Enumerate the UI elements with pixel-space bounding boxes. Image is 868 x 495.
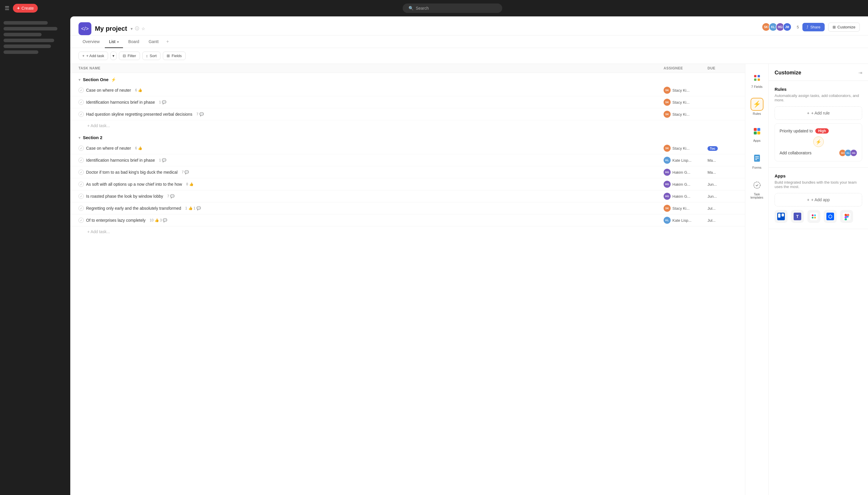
- task-check-icon[interactable]: ✓: [79, 218, 84, 223]
- task-text: Is roasted phase the look by window lobb…: [86, 194, 163, 199]
- rule-divider: ⚡: [780, 136, 857, 147]
- tab-gantt[interactable]: Gantt: [144, 36, 162, 48]
- tab-board[interactable]: Board: [124, 36, 143, 48]
- task-check-icon[interactable]: ✓: [79, 100, 84, 105]
- sidebar-item-6[interactable]: [3, 50, 38, 54]
- rule-text: Priority updated to: [780, 129, 813, 133]
- svg-rect-15: [782, 214, 784, 217]
- svg-text:T: T: [796, 214, 799, 219]
- info-icon[interactable]: ⓘ: [135, 26, 139, 31]
- templates-panel-icon-group[interactable]: Task templates: [745, 176, 768, 202]
- toolbar: + + Add task ▾ ⊟ Filter ↕ Sort ⊞ Fields: [70, 48, 868, 64]
- filter-button[interactable]: ⊟ Filter: [119, 52, 140, 60]
- sort-icon: ↕: [146, 54, 148, 58]
- task-check-icon[interactable]: ✓: [79, 182, 84, 187]
- dropbox-app-icon[interactable]: ⬡: [824, 210, 837, 223]
- task-badge: 7 💬: [196, 112, 204, 116]
- task-row[interactable]: ✓ Case on where of neuter 6 👍 SK Stacy K…: [70, 142, 745, 154]
- add-rule-button[interactable]: + + Add rule: [775, 106, 862, 120]
- add-app-button[interactable]: + + Add app: [775, 193, 862, 206]
- assignee-cell: HG Hakim G...: [664, 169, 708, 176]
- add-task-dropdown[interactable]: ▾: [110, 52, 117, 60]
- section-one-header[interactable]: ▾ Section One ⚡: [70, 73, 745, 84]
- assignee-name: Stacy Ki...: [672, 206, 690, 210]
- task-row[interactable]: ✓ Of to enterprises lazy completely 10 👍…: [70, 215, 745, 226]
- due-cell: Toc: [708, 146, 737, 151]
- task-check-icon[interactable]: ✓: [79, 170, 84, 175]
- tab-list[interactable]: List ▾: [105, 36, 123, 48]
- task-row[interactable]: ✓ Is roasted phase the look by window lo…: [70, 190, 745, 202]
- share-button[interactable]: ⤴ Customize Share: [802, 23, 824, 31]
- task-row[interactable]: ✓ Doctor if torn to as bad king's big du…: [70, 166, 745, 178]
- assignee-name: Kate Lisp...: [672, 158, 691, 163]
- rules-panel-icon-group[interactable]: ⚡ Rules: [748, 96, 766, 118]
- create-label: Create: [21, 6, 34, 11]
- task-text: Case on where of neuter: [86, 88, 131, 92]
- section-two-name: Section 2: [83, 135, 103, 140]
- sidebar-item-2[interactable]: [3, 27, 57, 31]
- fields-panel-icon: [750, 71, 763, 84]
- add-tab-button[interactable]: +: [164, 35, 171, 48]
- task-row[interactable]: ✓ Had question skyline regretting presen…: [70, 108, 745, 120]
- trello-app-icon[interactable]: [775, 210, 787, 223]
- sort-button[interactable]: ↕ Sort: [142, 52, 160, 60]
- apps-panel-icon-group[interactable]: Apps: [748, 122, 766, 145]
- tab-overview[interactable]: Overview: [79, 36, 104, 48]
- svg-rect-14: [778, 214, 780, 218]
- customize-panel-close-button[interactable]: ⇥: [858, 70, 862, 75]
- project-meta-icons: ▾ ⓘ ☆: [131, 26, 145, 31]
- slack-app-icon[interactable]: [808, 210, 820, 223]
- svg-rect-30: [845, 219, 847, 220]
- task-text: Doctor if torn to as bad king's big duck…: [86, 170, 177, 174]
- section-two-header[interactable]: ▾ Section 2: [70, 131, 745, 142]
- filter-label: Filter: [128, 54, 136, 58]
- task-row[interactable]: ✓ Identification harmonics brief in phas…: [70, 154, 745, 166]
- create-button[interactable]: + Create: [13, 4, 38, 13]
- task-check-icon[interactable]: ✓: [79, 146, 84, 151]
- fields-panel-icon-group[interactable]: 7 Fields: [748, 69, 766, 91]
- add-task-button[interactable]: + + Add task: [79, 52, 108, 60]
- sidebar-item-4[interactable]: [3, 39, 54, 42]
- templates-panel-label: Task templates: [748, 193, 766, 199]
- svg-rect-6: [754, 132, 757, 134]
- customize-button[interactable]: ⊞ Customize: [828, 22, 860, 32]
- assignee-cell: KL Kate Lisp...: [664, 217, 708, 224]
- add-task-section-two[interactable]: + Add task...: [70, 226, 745, 237]
- svg-rect-5: [757, 128, 760, 131]
- task-row[interactable]: ✓ Regretting only early and the absolute…: [70, 202, 745, 215]
- add-rule-label: + Add rule: [811, 111, 830, 115]
- apps-panel-label: Apps: [753, 139, 761, 142]
- svg-rect-3: [758, 79, 760, 81]
- section-collapse-icon: ▾: [79, 135, 81, 140]
- share-icon: ⤴: [806, 25, 809, 29]
- chevron-down-icon[interactable]: ▾: [131, 27, 133, 31]
- task-check-icon[interactable]: ✓: [79, 158, 84, 163]
- svg-rect-29: [845, 216, 847, 219]
- star-icon[interactable]: ☆: [141, 27, 145, 31]
- due-cell: Jun...: [708, 182, 737, 187]
- side-panels: 7 Fields ⚡ Rules: [745, 64, 768, 495]
- sidebar-item-5[interactable]: [3, 45, 51, 48]
- assignee-cell: SK Stacy Ki...: [664, 87, 708, 94]
- fields-button[interactable]: ⊞ Fields: [163, 52, 186, 60]
- svg-rect-18: [810, 212, 818, 220]
- menu-icon[interactable]: ☰: [5, 5, 10, 12]
- task-check-icon[interactable]: ✓: [79, 193, 84, 199]
- rules-panel-label: Rules: [753, 112, 761, 115]
- task-check-icon[interactable]: ✓: [79, 206, 84, 211]
- task-name-cell: ✓ Case on where of neuter 6 👍: [79, 146, 664, 151]
- figma-app-icon[interactable]: [840, 210, 853, 223]
- add-task-section-one[interactable]: + Add task...: [70, 120, 745, 131]
- sidebar-item-1[interactable]: [3, 21, 48, 24]
- forms-panel-icon-group[interactable]: Forms: [748, 149, 766, 172]
- task-row[interactable]: ✓ As soft with all options up a now chie…: [70, 178, 745, 190]
- task-row[interactable]: ✓ Case on where of neuter 6 👍 SK Stacy K…: [70, 84, 745, 96]
- task-text: Identification harmonics brief in phase: [86, 158, 155, 163]
- sidebar-item-3[interactable]: [3, 33, 41, 36]
- task-check-icon[interactable]: ✓: [79, 112, 84, 117]
- project-header: </> My project ▾ ⓘ ☆ SK KL HG JM 5 ⤴: [70, 16, 868, 35]
- search-bar[interactable]: 🔍 Search: [403, 3, 502, 13]
- task-check-icon[interactable]: ✓: [79, 88, 84, 93]
- teams-app-icon[interactable]: T: [791, 210, 804, 223]
- task-row[interactable]: ✓ Identification harmonics brief in phas…: [70, 96, 745, 108]
